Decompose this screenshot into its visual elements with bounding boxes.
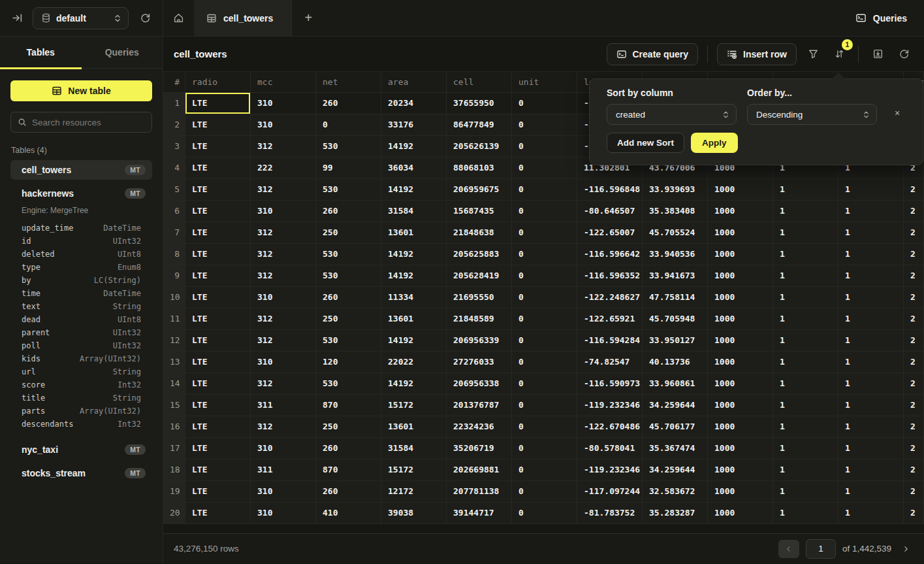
- table-cell[interactable]: 2: [904, 352, 924, 373]
- table-cell[interactable]: 40.13736: [643, 352, 708, 373]
- table-cell[interactable]: -116.596848: [577, 179, 643, 200]
- queries-button[interactable]: Queries: [855, 12, 907, 24]
- table-cell[interactable]: 260: [316, 287, 381, 308]
- table-cell[interactable]: 310: [251, 503, 316, 523]
- column-header[interactable]: area: [381, 72, 447, 92]
- table-cell[interactable]: 1: [773, 308, 838, 329]
- table-cell[interactable]: 1: [838, 373, 904, 394]
- table-cell[interactable]: 201376787: [447, 395, 512, 416]
- sidebar-item-cell-towers[interactable]: cell_towers MT: [10, 160, 152, 180]
- table-cell[interactable]: 312: [251, 179, 316, 200]
- table-cell[interactable]: 312: [251, 373, 316, 394]
- apply-sort-button[interactable]: Apply: [691, 133, 738, 153]
- table-cell[interactable]: 0: [512, 201, 577, 222]
- table-cell[interactable]: 1000: [708, 481, 773, 502]
- table-cell[interactable]: 33.950127: [643, 330, 708, 351]
- table-cell[interactable]: 0: [512, 352, 577, 373]
- table-cell[interactable]: 15172: [381, 395, 447, 416]
- table-cell[interactable]: 1: [773, 201, 838, 222]
- table-cell[interactable]: -80.646507: [577, 201, 643, 222]
- table-cell[interactable]: 13601: [381, 416, 447, 437]
- table-cell[interactable]: -119.232346: [577, 459, 643, 480]
- table-cell[interactable]: 2: [904, 222, 924, 243]
- table-cell[interactable]: LTE: [185, 330, 251, 351]
- table-cell[interactable]: 1: [838, 416, 904, 437]
- table-cell[interactable]: 1: [773, 179, 838, 200]
- table-cell[interactable]: 530: [316, 330, 381, 351]
- table-cell[interactable]: 206956339: [447, 330, 512, 351]
- table-cell[interactable]: 1: [838, 459, 904, 480]
- table-cell[interactable]: 14192: [381, 136, 447, 157]
- table-cell[interactable]: 45.705524: [643, 222, 708, 243]
- database-selector[interactable]: default: [33, 7, 129, 29]
- table-cell[interactable]: 1: [838, 330, 904, 351]
- table-cell[interactable]: -122.65921: [577, 308, 643, 329]
- table-cell[interactable]: 2: [904, 308, 924, 329]
- table-cell[interactable]: 1: [773, 503, 838, 523]
- table-cell[interactable]: 0: [512, 503, 577, 523]
- table-cell[interactable]: 260: [316, 481, 381, 502]
- table-cell[interactable]: 1: [838, 287, 904, 308]
- table-cell[interactable]: -116.590973: [577, 373, 643, 394]
- table-cell[interactable]: 1: [773, 330, 838, 351]
- table-cell[interactable]: LTE: [185, 201, 251, 222]
- table-cell[interactable]: 1: [838, 222, 904, 243]
- table-cell[interactable]: -117.097244: [577, 481, 643, 502]
- table-cell[interactable]: 310: [251, 352, 316, 373]
- table-cell[interactable]: 13601: [381, 222, 447, 243]
- table-cell[interactable]: -116.596642: [577, 244, 643, 265]
- table-cell[interactable]: 1: [773, 481, 838, 502]
- table-cell[interactable]: 312: [251, 308, 316, 329]
- table-cell[interactable]: 35.383408: [643, 201, 708, 222]
- table-cell[interactable]: 35.283287: [643, 503, 708, 523]
- table-cell[interactable]: 34.259644: [643, 395, 708, 416]
- table-cell[interactable]: 2: [904, 179, 924, 200]
- column-header[interactable]: #: [163, 72, 185, 92]
- refresh-databases-button[interactable]: [136, 10, 153, 27]
- table-cell[interactable]: 2: [904, 416, 924, 437]
- create-query-button[interactable]: Create query: [607, 43, 699, 65]
- table-cell[interactable]: 2: [904, 244, 924, 265]
- table-cell[interactable]: LTE: [185, 352, 251, 373]
- table-cell[interactable]: 1: [773, 265, 838, 286]
- table-cell[interactable]: 14192: [381, 373, 447, 394]
- table-cell[interactable]: 2: [904, 503, 924, 523]
- table-cell[interactable]: 47.758114: [643, 287, 708, 308]
- table-cell[interactable]: 310: [251, 287, 316, 308]
- table-cell[interactable]: 310: [251, 93, 316, 114]
- table-cell[interactable]: -116.596352: [577, 265, 643, 286]
- table-cell[interactable]: 2: [904, 201, 924, 222]
- table-cell[interactable]: 1000: [708, 503, 773, 523]
- table-cell[interactable]: 312: [251, 136, 316, 157]
- table-cell[interactable]: 0: [512, 93, 577, 114]
- table-cell[interactable]: 1: [838, 201, 904, 222]
- table-cell[interactable]: 530: [316, 136, 381, 157]
- table-cell[interactable]: -116.594284: [577, 330, 643, 351]
- table-cell[interactable]: 45.706177: [643, 416, 708, 437]
- table-cell[interactable]: 0: [512, 136, 577, 157]
- table-cell[interactable]: 1: [773, 244, 838, 265]
- new-tab-button[interactable]: +: [292, 0, 325, 36]
- table-cell[interactable]: 14192: [381, 179, 447, 200]
- table-cell[interactable]: 0: [512, 179, 577, 200]
- table-cell[interactable]: -81.783752: [577, 503, 643, 523]
- column-header[interactable]: unit: [512, 72, 577, 92]
- table-cell[interactable]: 530: [316, 265, 381, 286]
- table-cell[interactable]: 0: [316, 114, 381, 135]
- table-cell[interactable]: 14192: [381, 330, 447, 351]
- table-cell[interactable]: 0: [512, 395, 577, 416]
- table-cell[interactable]: 870: [316, 395, 381, 416]
- table-cell[interactable]: LTE: [185, 179, 251, 200]
- table-cell[interactable]: 530: [316, 244, 381, 265]
- table-cell[interactable]: 88068103: [447, 158, 512, 178]
- table-cell[interactable]: 206956338: [447, 373, 512, 394]
- table-cell[interactable]: LTE: [185, 459, 251, 480]
- table-cell[interactable]: 1: [773, 416, 838, 437]
- table-cell[interactable]: 870: [316, 459, 381, 480]
- table-cell[interactable]: 33.940536: [643, 244, 708, 265]
- table-cell[interactable]: 312: [251, 416, 316, 437]
- remove-sort-button[interactable]: ×: [887, 103, 907, 124]
- table-cell[interactable]: 27276033: [447, 352, 512, 373]
- table-cell[interactable]: 1000: [708, 373, 773, 394]
- table-cell[interactable]: LTE: [185, 395, 251, 416]
